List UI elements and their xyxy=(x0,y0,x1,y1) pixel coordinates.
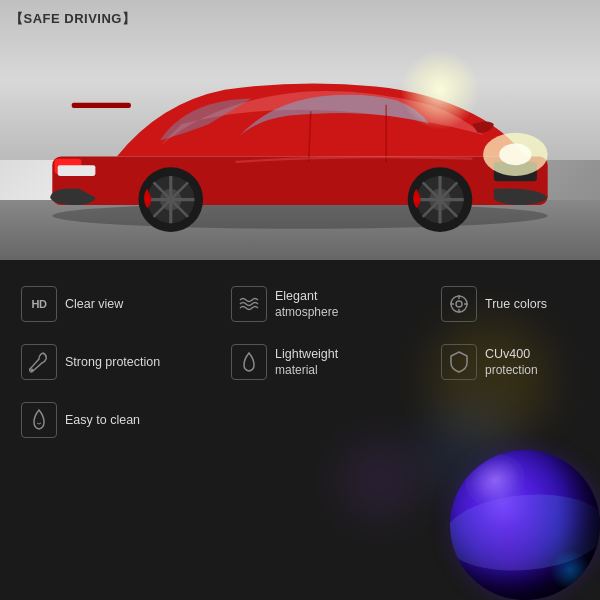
headlight-glow xyxy=(400,50,480,130)
feature-lightweight: Lightweight material xyxy=(225,338,425,386)
feature-clear-view: HD Clear view xyxy=(15,280,215,328)
easy-clean-text: Easy to clean xyxy=(65,412,140,429)
decorative-sphere xyxy=(450,450,600,600)
sphere-container xyxy=(450,450,600,600)
feature-elegant-atmosphere: Elegant atmosphere xyxy=(225,280,425,328)
cuv400-text: CUv400 protection xyxy=(485,346,538,378)
car-container xyxy=(20,30,580,240)
svg-point-30 xyxy=(31,369,34,372)
clear-view-icon-box: HD xyxy=(21,286,57,322)
cuv400-icon-box xyxy=(441,344,477,380)
car-image-section: 【SAFE DRIVING】 xyxy=(0,0,600,260)
features-grid: HD Clear view Elegant atmosphere xyxy=(0,260,600,464)
car-illustration xyxy=(20,30,580,240)
crosshair-icon xyxy=(448,293,470,315)
drop-icon xyxy=(240,351,258,373)
strong-protection-icon-box xyxy=(21,344,57,380)
elegant-text: Elegant atmosphere xyxy=(275,288,338,320)
feature-true-colors: True colors xyxy=(435,280,600,328)
water-drop-icon xyxy=(30,409,48,431)
feature-easy-clean: Easy to clean xyxy=(15,396,215,444)
lightweight-text: Lightweight material xyxy=(275,346,338,378)
easy-clean-icon-box xyxy=(21,402,57,438)
true-colors-text: True colors xyxy=(485,296,547,313)
sphere-highlight xyxy=(450,488,600,577)
svg-point-6 xyxy=(499,144,531,166)
svg-point-25 xyxy=(456,301,462,307)
svg-rect-23 xyxy=(72,103,131,108)
wrench-icon xyxy=(29,351,49,373)
elegant-icon-box xyxy=(231,286,267,322)
feature-cuv400: CUv400 protection xyxy=(435,338,600,386)
lightweight-icon-box xyxy=(231,344,267,380)
safe-driving-label: 【SAFE DRIVING】 xyxy=(10,10,135,28)
feature-strong-protection: Strong protection xyxy=(15,338,215,386)
clear-view-text: Clear view xyxy=(65,296,123,313)
waves-icon xyxy=(238,295,260,313)
hd-icon: HD xyxy=(32,298,47,310)
svg-point-0 xyxy=(52,203,547,229)
features-section: HD Clear view Elegant atmosphere xyxy=(0,260,600,600)
svg-rect-22 xyxy=(58,165,96,176)
svg-rect-1 xyxy=(52,157,547,205)
strong-protection-text: Strong protection xyxy=(65,354,160,371)
true-colors-icon-box xyxy=(441,286,477,322)
shield-icon xyxy=(449,351,469,373)
